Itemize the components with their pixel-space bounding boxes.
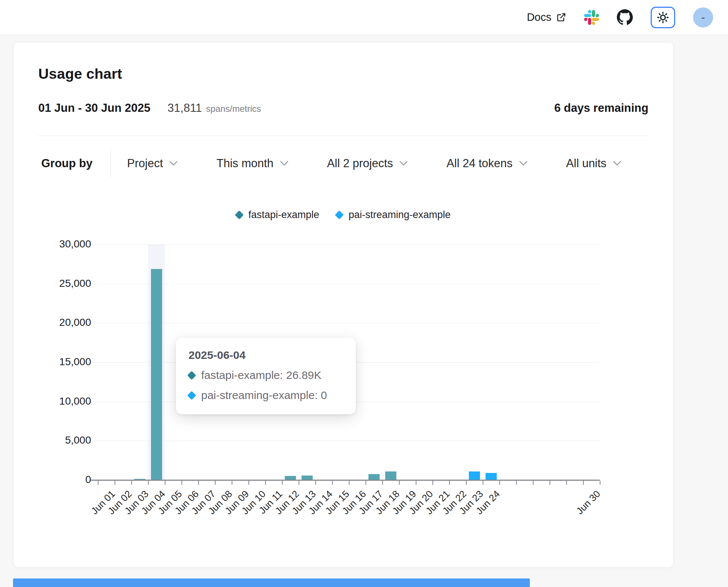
x-axis-tick xyxy=(365,481,366,485)
filter-row: Group by ProjectThis monthAll 2 projects… xyxy=(38,149,648,178)
filter-group-by-value[interactable]: Project xyxy=(127,157,178,170)
github-icon xyxy=(617,9,633,25)
diamond-marker-icon xyxy=(187,391,196,400)
theme-toggle-button[interactable] xyxy=(651,7,675,28)
x-axis-label: Jun 30 xyxy=(574,488,602,517)
x-axis-tick xyxy=(432,481,433,485)
x-axis-tick xyxy=(533,481,534,485)
x-axis-tick xyxy=(466,481,467,485)
bar-pai-streaming-example-jun-23[interactable] xyxy=(469,471,480,480)
x-axis-tick xyxy=(265,481,266,485)
x-axis-tick xyxy=(148,481,149,485)
x-axis-tick xyxy=(483,481,483,485)
x-axis-tick xyxy=(382,481,383,485)
legend-item-fastapi-example[interactable]: fastapi-example xyxy=(236,209,319,221)
usage-bar-chart: 2025-06-04 fastapi-example: 26.89Kpai-st… xyxy=(38,228,649,548)
gridline xyxy=(91,441,600,441)
y-axis-label: 0 xyxy=(38,474,91,486)
bar-pai-streaming-example-jun-24[interactable] xyxy=(486,473,497,480)
dropdown-label: Project xyxy=(127,157,163,170)
tooltip-row-pai-streaming-example: pai-streaming-example: 0 xyxy=(189,389,343,402)
gridline xyxy=(91,323,600,323)
x-axis-line xyxy=(91,480,600,481)
x-axis-tick xyxy=(215,481,216,485)
legend-label: pai-streaming-example xyxy=(348,209,451,221)
x-axis-tick xyxy=(332,481,333,485)
slack-link[interactable] xyxy=(584,10,599,25)
x-axis-tick xyxy=(299,481,299,485)
page-title: Usage chart xyxy=(38,65,648,83)
y-axis-label: 20,000 xyxy=(38,317,91,328)
x-axis-tick xyxy=(131,481,132,485)
bar-fastapi-example-jun-17[interactable] xyxy=(368,474,380,480)
total-unit: spans/metrics xyxy=(206,104,261,114)
x-axis-tick xyxy=(315,481,316,485)
gridline xyxy=(91,284,600,284)
x-axis-tick xyxy=(600,481,600,485)
x-axis-tick xyxy=(399,481,400,485)
filter-dropdowns: ProjectThis monthAll 2 projectsAll 24 to… xyxy=(127,157,621,170)
x-axis-tick xyxy=(115,481,115,485)
gridline xyxy=(91,244,600,245)
usage-meta-row: 01 Jun - 30 Jun 2025 31,811 spans/metric… xyxy=(38,101,648,115)
dropdown-label: All units xyxy=(566,157,607,170)
tooltip-row-fastapi-example: fastapi-example: 26.89K xyxy=(189,369,343,382)
tooltip-row-text: pai-streaming-example: 0 xyxy=(201,389,327,402)
x-axis-tick xyxy=(516,481,517,485)
chart-legend: fastapi-examplepai-streaming-example xyxy=(38,209,648,221)
chevron-down-icon xyxy=(519,160,528,166)
date-range: 01 Jun - 30 Jun 2025 xyxy=(38,101,151,115)
days-remaining: 6 days remaining xyxy=(554,101,648,115)
filter-tokens[interactable]: All 24 tokens xyxy=(447,157,528,170)
filter-time-range[interactable]: This month xyxy=(216,157,288,170)
x-axis-tick xyxy=(550,481,550,485)
usage-progress-bar xyxy=(13,578,530,587)
dropdown-label: This month xyxy=(216,157,273,170)
docs-label: Docs xyxy=(527,11,551,23)
dropdown-label: All 2 projects xyxy=(327,157,393,170)
y-axis-label: 25,000 xyxy=(38,278,91,289)
filter-projects[interactable]: All 2 projects xyxy=(327,157,408,170)
legend-item-pai-streaming-example[interactable]: pai-streaming-example xyxy=(336,209,451,221)
diamond-marker-icon xyxy=(187,371,196,380)
filter-units[interactable]: All units xyxy=(566,157,622,170)
diamond-marker-icon xyxy=(335,211,344,220)
group-by-label: Group by xyxy=(38,157,93,170)
docs-link[interactable]: Docs xyxy=(527,11,566,23)
chevron-down-icon xyxy=(399,160,408,166)
sun-icon xyxy=(657,11,669,24)
usage-chart-card: Usage chart 01 Jun - 30 Jun 2025 31,811 … xyxy=(13,42,674,568)
x-axis-tick xyxy=(583,481,584,485)
x-axis-tick xyxy=(165,481,165,485)
x-axis-tick xyxy=(248,481,249,485)
x-axis-tick xyxy=(566,481,567,485)
github-link[interactable] xyxy=(617,9,633,25)
bar-fastapi-example-jun-04[interactable] xyxy=(151,269,162,480)
total-count: 31,811 xyxy=(168,101,202,115)
x-axis-tick xyxy=(232,481,232,485)
y-axis-label: 10,000 xyxy=(38,395,91,407)
chevron-down-icon xyxy=(169,160,178,166)
chart-tooltip: 2025-06-04 fastapi-example: 26.89Kpai-st… xyxy=(176,338,356,414)
x-axis-tick xyxy=(449,481,450,485)
x-axis-tick xyxy=(349,481,349,485)
slack-icon xyxy=(584,10,599,25)
chevron-down-icon xyxy=(613,160,621,166)
avatar[interactable]: - xyxy=(693,7,713,27)
tooltip-date: 2025-06-04 xyxy=(189,349,343,361)
divider xyxy=(38,136,648,136)
chevron-down-icon xyxy=(280,160,289,166)
y-axis-label: 5,000 xyxy=(38,434,91,446)
x-axis-tick xyxy=(416,481,416,485)
x-axis-tick xyxy=(181,481,182,485)
diamond-marker-icon xyxy=(235,211,244,220)
tooltip-row-text: fastapi-example: 26.89K xyxy=(201,369,322,382)
dropdown-label: All 24 tokens xyxy=(447,157,513,170)
x-axis-tick xyxy=(282,481,283,485)
x-axis-tick xyxy=(198,481,199,485)
x-axis-tick xyxy=(499,481,500,485)
y-axis-label: 15,000 xyxy=(38,356,91,368)
bar-fastapi-example-jun-18[interactable] xyxy=(385,471,396,480)
x-axis-tick xyxy=(98,481,99,485)
y-axis-label: 30,000 xyxy=(38,238,91,250)
